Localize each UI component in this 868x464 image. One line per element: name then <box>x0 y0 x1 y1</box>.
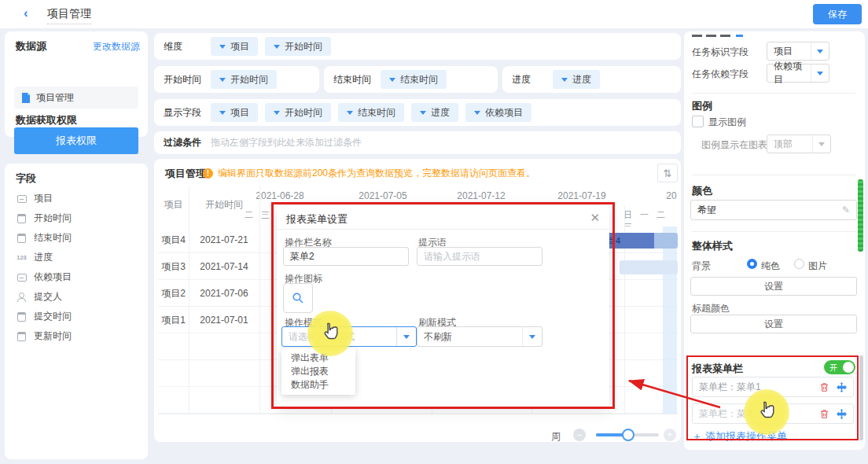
menu-item-1[interactable]: 菜单栏：菜单1 <box>692 377 854 397</box>
menu-bar-toggle[interactable]: 开 <box>824 360 855 374</box>
field-type-icon <box>16 193 28 204</box>
color-input[interactable]: 希望 ✎ <box>690 200 857 220</box>
table-row[interactable]: 项目1 2021-07-01 <box>158 307 259 333</box>
dropdown-option[interactable]: 弹出报表 <box>281 365 355 378</box>
dropdown-option[interactable]: 弹出表单 <box>281 352 355 365</box>
zoom-unit-label: 周 <box>551 430 561 444</box>
chip-label: 开始时间 <box>230 73 268 87</box>
clipped-header <box>706 35 716 37</box>
select-caret-zone <box>522 327 542 346</box>
report-permission-button[interactable]: 报表权限 <box>14 127 138 154</box>
task-id-select[interactable]: 项目 <box>767 42 829 61</box>
zoom-out-button[interactable]: − <box>573 429 586 441</box>
field-item[interactable]: 进度 <box>5 248 148 267</box>
chevron-down-icon <box>274 111 280 118</box>
field-item[interactable]: 依赖项目 <box>5 267 148 287</box>
legend-title: 图例 <box>692 99 712 113</box>
bg-image-radio[interactable] <box>794 259 804 269</box>
chevron-down-icon <box>347 111 353 118</box>
display-field-chip[interactable]: 项目 <box>211 103 258 122</box>
delete-icon[interactable] <box>818 408 829 419</box>
start-time-chip[interactable]: 开始时间 <box>211 70 277 89</box>
field-label: 项目 <box>34 192 53 205</box>
top-bar: ‹ 项目管理 保存 <box>0 0 868 29</box>
close-icon[interactable]: ✕ <box>590 211 600 225</box>
sort-button[interactable]: ⇅ <box>657 164 678 182</box>
title-color-set-button[interactable]: 设置 <box>690 315 857 333</box>
display-field-chip[interactable]: 依赖项目 <box>465 103 531 122</box>
delete-icon[interactable] <box>818 381 829 392</box>
field-type-icon <box>16 233 28 244</box>
weekday-label: 二 <box>241 209 257 221</box>
divider <box>692 175 855 175</box>
move-icon[interactable] <box>836 381 847 392</box>
bg-solid-radio[interactable] <box>747 259 757 269</box>
end-time-chip[interactable]: 结束时间 <box>381 70 447 89</box>
dropdown-option[interactable]: 数据助手 <box>281 378 355 392</box>
scrollbar-thumb[interactable] <box>859 355 863 440</box>
back-icon[interactable]: ‹ <box>24 6 28 21</box>
progress-label: 进度 <box>512 73 553 87</box>
save-button[interactable]: 保存 <box>813 4 862 24</box>
cell-project: 项目3 <box>158 260 189 274</box>
color-value: 希望 <box>697 204 716 217</box>
end-time-label: 结束时间 <box>333 73 381 87</box>
tip-input[interactable] <box>417 247 542 266</box>
zoom-in-button[interactable]: + <box>664 429 676 441</box>
dimension-chip[interactable]: 开始时间 <box>265 37 331 56</box>
move-icon[interactable] <box>836 408 847 419</box>
bg-set-button[interactable]: 设置 <box>690 277 857 296</box>
field-item[interactable]: 项目 <box>5 189 148 208</box>
change-datasource-link[interactable]: 更改数据源 <box>93 40 140 53</box>
gantt-week-label: 20 <box>666 190 676 201</box>
legend-pos-select[interactable]: 顶部 <box>767 134 831 153</box>
dimension-chip[interactable]: 项目 <box>211 37 258 56</box>
table-row[interactable]: 项目3 2021-07-14 <box>158 253 259 280</box>
edit-icon[interactable]: ✎ <box>842 204 850 215</box>
show-legend-checkbox[interactable] <box>692 116 704 127</box>
field-label: 开始时间 <box>34 212 72 225</box>
task-dep-value: 依赖项目 <box>774 60 811 87</box>
table-row[interactable]: 项目2 2021-07-06 <box>158 280 259 307</box>
background-label: 背景 <box>692 260 711 273</box>
preview-warning: ! 编辑界面只取数据源前200条作为查询数据预览，完整数据请访问页面查看。 <box>203 167 535 180</box>
cell-start-date: 2021-07-14 <box>189 261 259 272</box>
refresh-mode-value: 不刷新 <box>424 330 452 344</box>
fields-title: 字段 <box>16 171 36 186</box>
cell-project: 项目1 <box>158 314 189 327</box>
gantt-bar-project4-ext <box>654 233 678 249</box>
add-menu-label: 添加报表操作菜单 <box>705 429 787 444</box>
refresh-mode-select[interactable]: 不刷新 <box>417 326 542 347</box>
scrollbar-thumb-green[interactable] <box>858 179 863 252</box>
progress-chip[interactable]: 进度 <box>553 70 600 89</box>
display-field-chip[interactable]: 结束时间 <box>338 103 404 122</box>
field-item[interactable]: 结束时间 <box>5 228 148 248</box>
clipped-header <box>736 35 743 37</box>
chevron-down-icon <box>817 50 823 57</box>
filter-row[interactable]: 过滤条件 拖动左侧字段到此处来添加过滤条件 <box>154 131 681 154</box>
task-dep-select[interactable]: 依赖项目 <box>767 64 829 83</box>
field-item[interactable]: 开始时间 <box>5 208 148 228</box>
chip-label: 结束时间 <box>400 73 438 87</box>
field-item[interactable]: 提交人 <box>5 287 148 307</box>
zoom-slider-handle[interactable] <box>622 429 634 441</box>
clipped-header <box>720 35 730 37</box>
task-id-value: 项目 <box>774 45 793 58</box>
chevron-down-icon <box>219 45 226 52</box>
datasource-item[interactable]: 项目管理 <box>14 87 138 109</box>
gantt-bar-project3[interactable] <box>620 260 678 274</box>
cell-start-date: 2021-07-06 <box>189 288 259 299</box>
weekday-label: 一 <box>636 209 653 221</box>
display-field-chip[interactable]: 开始时间 <box>265 103 331 122</box>
add-menu-link[interactable]: ＋ 添加报表操作菜单 <box>692 429 787 444</box>
display-field-chip[interactable]: 进度 <box>411 103 458 122</box>
field-item[interactable]: 提交时间 <box>5 307 148 326</box>
field-item[interactable]: 更新时间 <box>5 326 148 346</box>
action-icon-button[interactable] <box>283 283 313 313</box>
action-name-input[interactable] <box>283 247 409 266</box>
table-row[interactable]: 项目4 2021-07-21 <box>158 226 259 253</box>
field-type-icon <box>16 311 28 322</box>
menu-item-2[interactable]: 菜单栏：菜单2 <box>692 403 854 424</box>
field-label: 依赖项目 <box>34 271 72 284</box>
action-mode-select[interactable]: 请选择对接模式 <box>281 326 417 347</box>
